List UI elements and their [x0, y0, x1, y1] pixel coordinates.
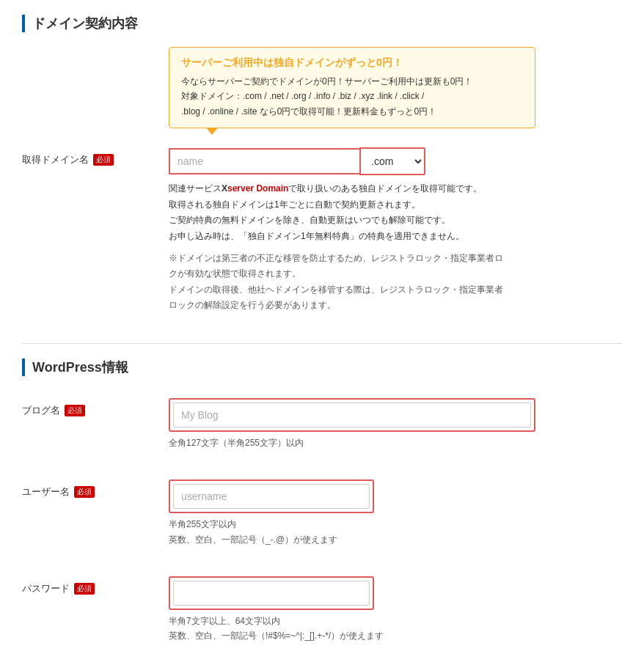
password-label: パスワード 必須 — [22, 576, 169, 595]
promo-body: 今ならサーバーご契約でドメインが0円！サーバーご利用中は更新も0円！ 対象ドメイ… — [181, 74, 523, 119]
username-content: 半角255文字以内 英数、空白、一部記号（_-.@）が使えます — [169, 480, 622, 547]
password-content: 半角7文字以上、64文字以内 英数、空白、一部記号（!#$%=~^|:_[].+… — [169, 576, 622, 644]
promo-body-line2: 対象ドメイン：.com / .net / .org / .info / .biz… — [181, 91, 424, 101]
username-input-wrapper — [169, 480, 374, 513]
warning-line3: ドメインの取得後、他社ヘドメインを移管する際は、レジストラロック・指定事業者 — [169, 284, 503, 295]
warning-line2: クが有効な状態で取得されます。 — [169, 268, 301, 279]
username-hint-line2: 英数、空白、一部記号（_-.@）が使えます — [169, 534, 337, 545]
password-label-text: パスワード — [22, 582, 70, 595]
username-row: ユーザー名 必須 半角255文字以内 英数、空白、一部記号（_-.@）が使えます — [22, 472, 622, 554]
domain-promo-box: サーバーご利用中は独自ドメインがずっと0円！ 今ならサーバーご契約でドメインが0… — [169, 47, 535, 128]
domain-note: 関連サービスXserver Domainで取り扱いのある独自ドメインを取得可能で… — [169, 181, 622, 244]
domain-label: 取得ドメイン名 必須 — [22, 147, 169, 166]
wordpress-section-title: WordPress情報 — [22, 359, 622, 376]
username-hint: 半角255文字以内 英数、空白、一部記号（_-.@）が使えます — [169, 517, 622, 547]
blog-name-row: ブログ名 必須 全角127文字（半角255文字）以内 — [22, 391, 622, 458]
brand-x: X — [222, 183, 227, 194]
username-label: ユーザー名 必須 — [22, 480, 169, 499]
password-required-badge: 必須 — [74, 583, 95, 595]
promo-headline: サーバーご利用中は独自ドメインがずっと0円！ — [181, 56, 523, 70]
blog-name-hint: 全角127文字（半角255文字）以内 — [169, 436, 622, 450]
warning-line4: ロックの解除設定を行う必要があります。 — [169, 300, 336, 310]
domain-input-section: .com .net .org .info .biz .xyz .link .cl… — [169, 147, 622, 314]
domain-warning: ※ドメインは第三者の不正な移管を防止するため、レジストラロック・指定事業者ロ ク… — [169, 251, 622, 314]
domain-name-input[interactable] — [169, 148, 359, 174]
wordpress-section: WordPress情報 ブログ名 必須 全角127文字（半角255文字）以内 ユ… — [22, 359, 622, 654]
password-hint-line2: 英数、空白、一部記号（!#$%=~^|:_[].+-*/）が使えます — [169, 631, 384, 641]
username-label-text: ユーザー名 — [22, 485, 70, 499]
blog-name-label-text: ブログ名 — [22, 404, 60, 417]
domain-note-line4: お申し込み時は、「独自ドメイン1年無料特典」の特典を適用できません。 — [169, 231, 464, 241]
blog-name-label: ブログ名 必須 — [22, 398, 169, 417]
brand-domain: server Domain — [227, 183, 288, 194]
domain-note-line2: 取得される独自ドメインは1年ごとに自動で契約更新されます。 — [169, 199, 420, 210]
domain-note-line3: ご契約特典の無料ドメインを除き、自動更新はいつでも解除可能です。 — [169, 215, 450, 225]
username-hint-line1: 半角255文字以内 — [169, 519, 236, 529]
blog-name-input-wrapper — [169, 398, 535, 432]
domain-input-row: .com .net .org .info .biz .xyz .link .cl… — [169, 147, 622, 175]
domain-row: 取得ドメイン名 必須 .com .net .org .info .biz .xy… — [22, 140, 622, 321]
domain-section-title: ドメイン契約内容 — [22, 15, 622, 32]
password-row: パスワード 必須 半角7文字以上、64文字以内 英数、空白、一部記号（!#$%=… — [22, 569, 622, 651]
promo-body-line1: 今ならサーバーご契約でドメインが0円！サーバーご利用中は更新も0円！ — [181, 76, 472, 87]
password-hint: 半角7文字以上、64文字以内 英数、空白、一部記号（!#$%=~^|:_[].+… — [169, 614, 622, 644]
warning-line1: ※ドメインは第三者の不正な移管を防止するため、レジストラロック・指定事業者ロ — [169, 253, 503, 263]
password-hint-line1: 半角7文字以上、64文字以内 — [169, 616, 280, 626]
username-required-badge: 必須 — [74, 486, 95, 498]
blog-required-badge: 必須 — [65, 405, 85, 416]
section-divider — [22, 343, 622, 344]
username-input[interactable] — [173, 484, 370, 509]
domain-section: ドメイン契約内容 サーバーご利用中は独自ドメインがずっと0円！ 今ならサーバーご… — [22, 15, 622, 321]
blog-name-input[interactable] — [173, 403, 531, 427]
password-input[interactable] — [173, 581, 370, 606]
domain-tld-select[interactable]: .com .net .org .info .biz .xyz .link .cl… — [359, 147, 425, 175]
blog-name-content: 全角127文字（半角255文字）以内 — [169, 398, 622, 450]
promo-body-line3: .blog / .online / .site なら0円で取得可能！更新料金もず… — [181, 106, 436, 117]
password-input-wrapper — [169, 576, 374, 610]
domain-required-badge: 必須 — [93, 154, 114, 166]
domain-label-text: 取得ドメイン名 — [22, 153, 89, 166]
